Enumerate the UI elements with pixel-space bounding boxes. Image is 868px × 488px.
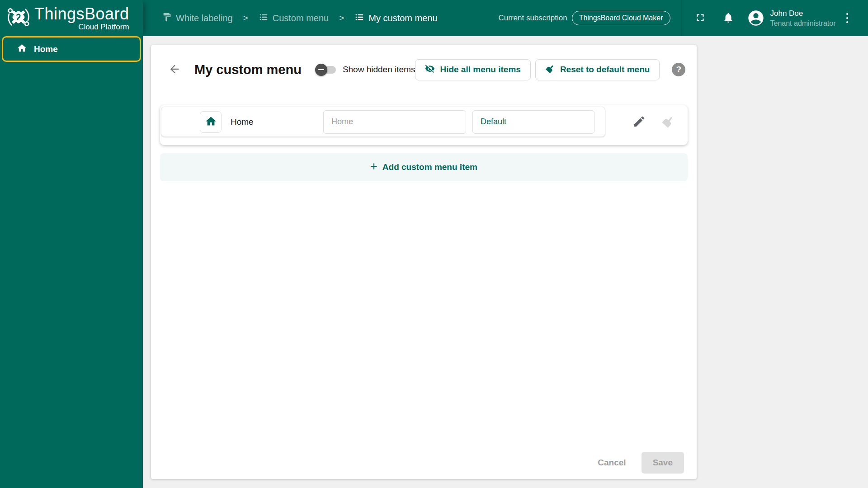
menu-item-row: Home bbox=[161, 107, 605, 137]
menu-items-list: Home bbox=[151, 105, 697, 181]
toggle-switch-off[interactable] bbox=[315, 66, 336, 74]
notifications-button[interactable] bbox=[722, 12, 734, 25]
app-logo: ThingsBoard Cloud Platform bbox=[0, 0, 143, 36]
breadcrumb-label: My custom menu bbox=[368, 13, 437, 23]
sidebar-item-label: Home bbox=[34, 44, 58, 54]
kebab-icon bbox=[846, 21, 849, 23]
paint-roller-icon bbox=[162, 12, 172, 24]
page-title: My custom menu bbox=[194, 62, 302, 77]
save-button[interactable]: Save bbox=[642, 452, 684, 474]
arrow-back-icon bbox=[168, 63, 181, 77]
toggle-thumb-minus-icon bbox=[315, 64, 327, 76]
cancel-button[interactable]: Cancel bbox=[591, 453, 632, 472]
home-icon bbox=[17, 43, 27, 55]
menu-item-pages-input[interactable] bbox=[472, 110, 594, 134]
back-button[interactable] bbox=[168, 63, 181, 76]
menu-item-icon-button[interactable] bbox=[200, 111, 222, 133]
user-name: John Doe bbox=[770, 9, 842, 18]
eye-off-icon bbox=[425, 64, 435, 76]
fullscreen-icon bbox=[694, 12, 706, 25]
list-icon bbox=[354, 12, 364, 24]
user-role: Tenant administrator bbox=[770, 19, 842, 28]
broom-icon bbox=[545, 64, 555, 76]
topbar-right-cluster: Current subscription ThingsBoard Cloud M… bbox=[499, 0, 868, 36]
menu-item-name-input[interactable] bbox=[323, 110, 466, 134]
list-icon bbox=[259, 12, 269, 24]
menu-item-row-container: Home bbox=[160, 105, 688, 145]
breadcrumb-white-labeling[interactable]: White labeling bbox=[162, 12, 233, 24]
header-actions: Hide all menu items Reset to default men… bbox=[415, 59, 685, 80]
reset-menu-item-button-disabled[interactable] bbox=[661, 115, 675, 130]
logo-title: ThingsBoard bbox=[34, 5, 129, 23]
pencil-icon bbox=[632, 115, 646, 130]
button-label: Reset to default menu bbox=[560, 65, 650, 75]
breadcrumb-my-custom-menu[interactable]: My custom menu bbox=[354, 12, 437, 24]
button-label: Hide all menu items bbox=[440, 65, 520, 75]
add-custom-menu-item-label: Add custom menu item bbox=[382, 162, 477, 172]
subscription-plan-badge[interactable]: ThingsBoard Cloud Maker bbox=[572, 11, 670, 25]
bell-icon bbox=[722, 12, 734, 25]
more-options-button[interactable] bbox=[844, 10, 851, 26]
plus-icon: + bbox=[370, 160, 377, 173]
logo-subtitle: Cloud Platform bbox=[34, 23, 129, 31]
user-avatar[interactable] bbox=[747, 9, 765, 27]
panel-footer: Cancel Save bbox=[591, 452, 684, 474]
help-button[interactable]: ? bbox=[672, 63, 685, 76]
header-divider bbox=[681, 0, 682, 36]
fullscreen-button[interactable] bbox=[694, 12, 706, 25]
kebab-icon bbox=[846, 13, 849, 15]
thingsboard-logo-icon bbox=[5, 4, 32, 32]
breadcrumb: White labeling > Custom menu > bbox=[162, 12, 438, 24]
panel-header: My custom menu Show hidden items Hide al… bbox=[151, 45, 697, 80]
subscription-label: Current subscription bbox=[499, 14, 567, 23]
add-custom-menu-item-button[interactable]: + Add custom menu item bbox=[160, 153, 688, 181]
breadcrumb-separator: > bbox=[339, 13, 344, 23]
breadcrumb-label: White labeling bbox=[176, 13, 233, 23]
home-icon bbox=[205, 115, 217, 129]
breadcrumb-custom-menu[interactable]: Custom menu bbox=[259, 12, 329, 24]
breadcrumb-separator: > bbox=[243, 13, 248, 23]
menu-item-label: Home bbox=[231, 117, 323, 127]
custom-menu-panel: My custom menu Show hidden items Hide al… bbox=[151, 45, 697, 479]
sidebar: Home bbox=[0, 36, 143, 488]
user-info[interactable]: John Doe Tenant administrator bbox=[770, 9, 842, 28]
edit-menu-item-button[interactable] bbox=[632, 115, 646, 130]
top-header: ThingsBoard Cloud Platform White labelin… bbox=[0, 0, 868, 36]
broom-icon bbox=[661, 115, 675, 130]
reset-to-default-menu-button[interactable]: Reset to default menu bbox=[535, 59, 660, 80]
kebab-icon bbox=[846, 17, 849, 19]
question-mark-icon: ? bbox=[676, 65, 682, 75]
sidebar-item-home[interactable]: Home bbox=[2, 36, 141, 62]
breadcrumb-label: Custom menu bbox=[273, 13, 329, 23]
toggle-label: Show hidden items bbox=[343, 65, 415, 75]
show-hidden-items-toggle[interactable]: Show hidden items bbox=[315, 65, 415, 75]
hide-all-menu-items-button[interactable]: Hide all menu items bbox=[415, 59, 530, 80]
